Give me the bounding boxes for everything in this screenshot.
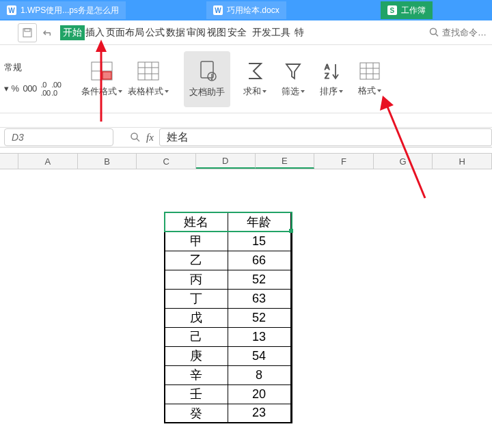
menu-review[interactable]: 审阅 — [186, 23, 206, 42]
sort-tool[interactable]: AZ 排序 — [312, 51, 351, 107]
svg-text:A: A — [325, 63, 330, 71]
grid-icon — [359, 61, 381, 81]
cell[interactable]: 66 — [228, 251, 290, 270]
tab-doc-3[interactable]: S 工作簿 — [381, 1, 433, 19]
menu-page-layout[interactable]: 页面布局 — [105, 23, 145, 42]
percent-btn[interactable]: % — [12, 83, 19, 94]
save-button[interactable] — [18, 23, 37, 42]
col-head[interactable]: D — [196, 154, 256, 169]
svg-rect-8 — [138, 62, 159, 80]
tab-label: 1.WPS使用...ps务是怎么用 — [20, 5, 119, 16]
col-head[interactable]: E — [256, 154, 315, 169]
svg-point-16 — [212, 79, 213, 80]
conditional-format-tool[interactable]: 条件格式 — [79, 51, 125, 107]
format-tool[interactable]: 格式 — [351, 51, 389, 107]
doc-helper-tool[interactable]: 文档助手 — [184, 51, 230, 107]
col-head[interactable]: F — [314, 154, 374, 169]
col-head[interactable]: B — [78, 154, 137, 169]
cell[interactable]: 52 — [228, 270, 290, 289]
cell[interactable]: 甲 — [165, 232, 228, 251]
col-head[interactable]: C — [137, 154, 196, 169]
cell[interactable]: 丁 — [165, 289, 228, 308]
cell[interactable]: 23 — [228, 404, 290, 423]
cell[interactable]: 15 — [228, 232, 290, 251]
cell[interactable]: 己 — [165, 327, 228, 346]
undo-button[interactable] — [40, 23, 56, 42]
col-head[interactable]: H — [433, 154, 492, 169]
menu-view[interactable]: 视图 — [206, 23, 227, 42]
sort-icon: AZ — [322, 61, 341, 81]
document-tabs: W 1.WPS使用...ps务是怎么用 W 巧用绘本.docx S 工作簿 — [0, 0, 492, 20]
dec-btn[interactable]: ▾ — [4, 83, 9, 94]
ribbon: 常规 ▾ % 000 .0.00 .00.0 条件格式 表格样式 文档助手 求和… — [0, 45, 492, 113]
wps-sheet-icon: S — [387, 5, 397, 15]
fx-label[interactable]: fx — [146, 132, 154, 143]
cell[interactable]: 庚 — [165, 346, 228, 365]
svg-line-26 — [137, 139, 139, 141]
cell[interactable]: 壬 — [165, 384, 228, 404]
number-format-buttons: ▾ % 000 .0.00 .00.0 — [4, 81, 61, 97]
dec-inc-btn[interactable]: .0.00 — [41, 81, 51, 97]
menu-more[interactable]: 特 — [294, 23, 305, 42]
table-icon — [137, 61, 160, 81]
cell[interactable]: 20 — [228, 384, 290, 404]
doc-helper-icon — [197, 60, 217, 82]
cell[interactable]: 13 — [228, 327, 290, 346]
svg-rect-20 — [360, 63, 379, 79]
menu-insert[interactable]: 插入 — [85, 23, 105, 42]
svg-point-2 — [430, 29, 437, 35]
number-format-label: 常规 — [4, 61, 61, 74]
search-label: 查找命令… — [442, 27, 487, 39]
search-commands[interactable]: 查找命令… — [429, 27, 487, 39]
cell[interactable]: 戊 — [165, 308, 228, 327]
dec-dec-btn[interactable]: .00.0 — [52, 81, 62, 97]
cell[interactable]: 63 — [228, 289, 290, 308]
tab-label: 工作簿 — [401, 5, 426, 16]
cell[interactable]: 54 — [228, 346, 290, 365]
svg-rect-7 — [102, 72, 111, 79]
data-table[interactable]: 姓名 年龄 甲15 乙66 丙52 丁63 戊52 己13 庚54 辛8 壬20… — [164, 212, 292, 423]
col-head[interactable]: A — [18, 154, 78, 169]
svg-point-25 — [131, 133, 137, 139]
cell[interactable]: 丙 — [165, 270, 228, 289]
column-headers: A B C D E F G H — [0, 153, 492, 169]
cell[interactable]: 乙 — [165, 251, 228, 270]
search-icon — [429, 27, 439, 38]
formula-input[interactable]: 姓名 — [159, 128, 492, 146]
col-head[interactable] — [0, 154, 18, 169]
grid-highlight-icon — [90, 61, 113, 81]
tab-doc-2[interactable]: W 巧用绘本.docx — [206, 1, 286, 19]
spreadsheet-grid[interactable]: A B C D E F G H 姓名 年龄 甲15 乙66 丙52 丁63 戊5… — [0, 153, 492, 169]
menubar: 开始 插入 页面布局 公式 数据 审阅 视图 安全 开发工具 特 查找命令… — [0, 20, 492, 45]
menu-formula[interactable]: 公式 — [145, 23, 165, 42]
tab-label: 巧用绘本.docx — [227, 5, 279, 16]
col-head[interactable]: G — [374, 154, 433, 169]
svg-line-3 — [436, 34, 439, 37]
formula-bar: D3 fx 姓名 — [0, 127, 492, 148]
sum-tool[interactable]: 求和 — [236, 51, 274, 107]
filter-tool[interactable]: 筛选 — [274, 51, 312, 107]
wps-word-icon: W — [213, 5, 223, 15]
wps-word-icon: W — [7, 5, 16, 15]
svg-text:Z: Z — [325, 72, 329, 80]
header-cell[interactable]: 姓名 — [165, 212, 228, 232]
menu-start[interactable]: 开始 — [60, 25, 85, 40]
funnel-icon — [284, 61, 303, 81]
svg-rect-1 — [25, 29, 30, 31]
cell[interactable]: 8 — [228, 365, 290, 384]
magnify-icon[interactable] — [130, 132, 141, 143]
thousands-btn[interactable]: 000 — [23, 83, 37, 94]
menu-data[interactable]: 数据 — [165, 23, 186, 42]
menu-dev-tools[interactable]: 开发工具 — [251, 23, 291, 42]
cell[interactable]: 癸 — [165, 404, 228, 423]
table-style-tool[interactable]: 表格样式 — [125, 51, 172, 107]
tab-doc-1[interactable]: W 1.WPS使用...ps务是怎么用 — [0, 1, 126, 19]
header-cell[interactable]: 年龄 — [228, 212, 290, 232]
svg-line-29 — [387, 105, 425, 198]
cell[interactable]: 辛 — [165, 365, 228, 384]
name-box[interactable]: D3 — [4, 128, 113, 146]
sigma-icon — [245, 61, 264, 81]
cell[interactable]: 52 — [228, 308, 290, 327]
menu-security[interactable]: 安全 — [227, 23, 247, 42]
number-format-group: 常规 ▾ % 000 .0.00 .00.0 — [4, 61, 65, 97]
